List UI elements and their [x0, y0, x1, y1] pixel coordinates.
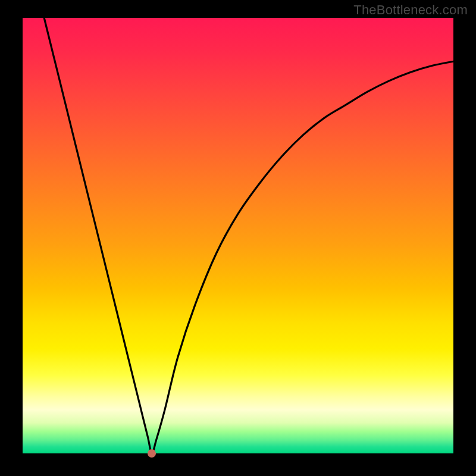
optimal-point-marker: [148, 449, 156, 458]
watermark-text: TheBottleneck.com: [353, 2, 468, 18]
chart-frame: TheBottleneck.com: [0, 0, 476, 476]
bottleneck-curve-path: [44, 18, 453, 453]
bottleneck-curve-svg: [23, 18, 453, 453]
